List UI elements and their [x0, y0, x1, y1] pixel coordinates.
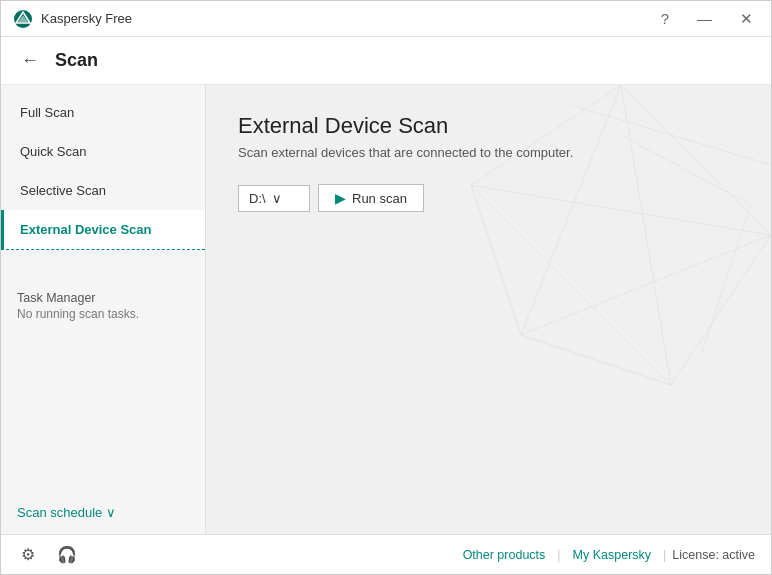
- separator-2: |: [663, 548, 666, 562]
- task-manager-label: Task Manager: [17, 291, 189, 305]
- page-header: ← Scan: [1, 37, 771, 85]
- app-title: Kaspersky Free: [41, 11, 655, 26]
- page-title: Scan: [55, 50, 98, 71]
- back-button[interactable]: ←: [17, 50, 43, 71]
- play-icon: ▶: [335, 190, 346, 206]
- content-subtitle: Scan external devices that are connected…: [238, 145, 739, 160]
- app-logo: [13, 9, 33, 29]
- minimize-button[interactable]: —: [691, 9, 718, 28]
- other-products-link[interactable]: Other products: [457, 548, 552, 562]
- my-kaspersky-link[interactable]: My Kaspersky: [567, 548, 658, 562]
- content-title: External Device Scan: [238, 113, 739, 139]
- task-manager-section: Task Manager No running scan tasks.: [1, 279, 205, 325]
- drive-label: D:\: [249, 191, 266, 206]
- titlebar: Kaspersky Free ? — ✕: [1, 1, 771, 37]
- settings-button[interactable]: ⚙: [17, 541, 39, 568]
- drive-selector[interactable]: D:\ ∨: [238, 185, 310, 212]
- sidebar-nav: Full Scan Quick Scan Selective Scan Exte…: [1, 93, 205, 263]
- headset-icon: 🎧: [57, 546, 77, 563]
- sidebar-item-selective-scan[interactable]: Selective Scan: [1, 171, 205, 210]
- statusbar-right: Other products | My Kaspersky | License:…: [457, 548, 755, 562]
- window-controls: ? — ✕: [655, 9, 759, 28]
- statusbar: ⚙ 🎧 Other products | My Kaspersky | Lice…: [1, 534, 771, 574]
- help-button[interactable]: ?: [655, 9, 675, 28]
- scan-controls: D:\ ∨ ▶ Run scan: [238, 184, 739, 212]
- content-area: External Device Scan Scan external devic…: [206, 85, 771, 534]
- sidebar-footer: Scan schedule ∨: [1, 495, 205, 534]
- sidebar-item-full-scan[interactable]: Full Scan: [1, 93, 205, 132]
- run-scan-label: Run scan: [352, 191, 407, 206]
- license-status: License: active: [672, 548, 755, 562]
- support-button[interactable]: 🎧: [53, 541, 81, 568]
- run-scan-button[interactable]: ▶ Run scan: [318, 184, 424, 212]
- content-inner: External Device Scan Scan external devic…: [206, 85, 771, 534]
- sidebar-item-external-device-scan[interactable]: External Device Scan: [1, 210, 205, 250]
- sidebar-item-quick-scan[interactable]: Quick Scan: [1, 132, 205, 171]
- task-manager-status: No running scan tasks.: [17, 307, 189, 321]
- separator-1: |: [557, 548, 560, 562]
- sidebar-divider: [1, 263, 205, 279]
- main-layout: Full Scan Quick Scan Selective Scan Exte…: [1, 85, 771, 534]
- scan-schedule-button[interactable]: Scan schedule ∨: [17, 505, 116, 520]
- statusbar-left: ⚙ 🎧: [17, 541, 457, 568]
- sidebar: Full Scan Quick Scan Selective Scan Exte…: [1, 85, 206, 534]
- drive-chevron-icon: ∨: [272, 191, 282, 206]
- settings-icon: ⚙: [21, 546, 35, 563]
- close-button[interactable]: ✕: [734, 9, 759, 28]
